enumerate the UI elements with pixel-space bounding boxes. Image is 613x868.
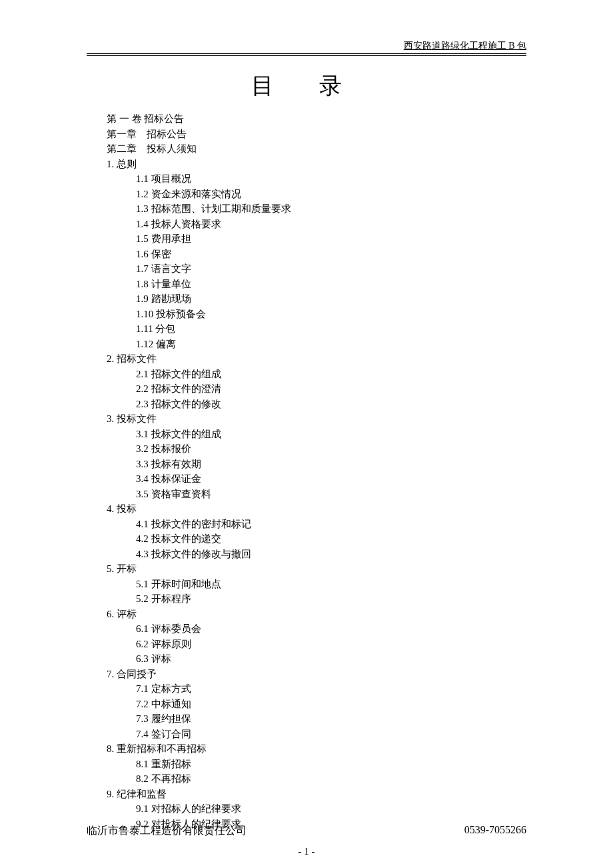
toc-entry: 1.7 语言文字	[107, 261, 526, 277]
toc-entry: 8.2 不再招标	[107, 771, 526, 787]
toc-entry: 2.2 招标文件的澄清	[107, 381, 526, 397]
toc-entry: 6.2 评标原则	[107, 637, 526, 652]
toc-entry: 1.5 费用承担	[107, 231, 526, 247]
toc-entry: 1.1 项目概况	[107, 171, 526, 187]
toc-entry: 1.8 计量单位	[107, 277, 526, 292]
footer-phone: 0539-7055266	[464, 824, 526, 838]
page-number: - 1 -	[87, 846, 526, 857]
toc-entry: 4.2 投标文件的递交	[107, 531, 526, 547]
header-text: 西安路道路绿化工程施工 B 包	[404, 41, 526, 51]
toc-entry: 3. 投标文件	[107, 411, 526, 427]
toc-entry: 1.6 保密	[107, 247, 526, 262]
toc-entry: 6. 评标	[107, 607, 526, 622]
toc-entry: 8. 重新招标和不再招标	[107, 741, 526, 757]
toc-entry: 4.1 投标文件的密封和标记	[107, 517, 526, 532]
toc-entry: 1. 总则	[107, 157, 526, 172]
toc-entry: 5.1 开标时间和地点	[107, 577, 526, 592]
toc-entry: 第二章 投标人须知	[107, 141, 526, 157]
footer-company: 临沂市鲁泰工程造价有限责任公司	[87, 824, 247, 838]
page-footer: 临沂市鲁泰工程造价有限责任公司 0539-7055266	[87, 824, 526, 838]
toc-entry: 9.1 对招标人的纪律要求	[107, 801, 526, 817]
toc-entry: 6.1 评标委员会	[107, 621, 526, 637]
toc-entry: 3.5 资格审查资料	[107, 487, 526, 502]
toc-entry: 1.11 分包	[107, 321, 526, 337]
table-of-contents: 第 一 卷 招标公告第一章 招标公告第二章 投标人须知1. 总则1.1 项目概况…	[87, 111, 526, 831]
toc-entry: 2.3 招标文件的修改	[107, 397, 526, 412]
toc-entry: 1.3 招标范围、计划工期和质量要求	[107, 201, 526, 217]
toc-entry: 7.3 履约担保	[107, 711, 526, 727]
toc-entry: 5. 开标	[107, 561, 526, 577]
toc-entry: 4. 投标	[107, 501, 526, 517]
page-header: 西安路道路绿化工程施工 B 包	[87, 40, 526, 54]
toc-entry: 4.3 投标文件的修改与撤回	[107, 547, 526, 562]
toc-entry: 2. 招标文件	[107, 351, 526, 367]
toc-entry: 3.3 投标有效期	[107, 457, 526, 472]
toc-entry: 第 一 卷 招标公告	[107, 111, 526, 127]
toc-entry: 8.1 重新招标	[107, 757, 526, 772]
toc-entry: 6.3 评标	[107, 651, 526, 667]
toc-entry: 9. 纪律和监督	[107, 787, 526, 802]
toc-entry: 5.2 开标程序	[107, 591, 526, 607]
document-title: 目 录	[87, 71, 526, 101]
toc-entry: 第一章 招标公告	[107, 127, 526, 142]
toc-entry: 3.4 投标保证金	[107, 471, 526, 487]
toc-entry: 3.2 投标报价	[107, 441, 526, 457]
toc-entry: 7. 合同授予	[107, 667, 526, 682]
toc-entry: 1.2 资金来源和落实情况	[107, 187, 526, 202]
toc-entry: 1.4 投标人资格要求	[107, 217, 526, 232]
toc-entry: 7.1 定标方式	[107, 681, 526, 697]
toc-entry: 7.2 中标通知	[107, 697, 526, 712]
toc-entry: 3.1 投标文件的组成	[107, 427, 526, 442]
toc-entry: 1.12 偏离	[107, 337, 526, 352]
toc-entry: 2.1 招标文件的组成	[107, 367, 526, 382]
toc-entry: 7.4 签订合同	[107, 727, 526, 742]
toc-entry: 1.9 踏勘现场	[107, 291, 526, 307]
toc-entry: 1.10 投标预备会	[107, 307, 526, 322]
